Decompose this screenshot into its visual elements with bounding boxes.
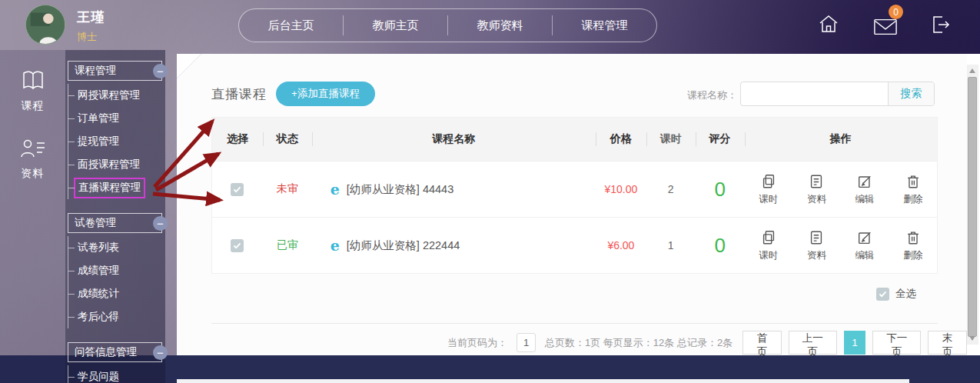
sidebar-item-withdrawals[interactable]: 提现管理 — [68, 130, 165, 153]
document-icon — [808, 229, 825, 246]
rail-item-materials[interactable]: 资料 — [0, 132, 65, 181]
menu-item-label: 面授课程管理 — [78, 158, 140, 172]
add-live-course-button[interactable]: +添加直播课程 — [276, 82, 375, 106]
sidebar-item-offline-courses[interactable]: 面授课程管理 — [68, 153, 165, 176]
pagination-summary: 总页数：1页 每页显示：12条 总记录：2条 — [545, 336, 733, 350]
course-hours: 2 — [646, 183, 696, 195]
row-checkbox[interactable] — [231, 183, 244, 196]
book-icon — [19, 68, 47, 93]
prev-page-button[interactable]: 上一页 — [789, 331, 837, 355]
menu-item-label: 订单管理 — [78, 112, 119, 125]
action-materials[interactable]: 资料 — [792, 173, 841, 206]
bottom-content-edge — [177, 379, 909, 383]
rail-label: 课程 — [22, 99, 45, 113]
scroll-up-icon[interactable] — [969, 68, 975, 73]
check-icon — [879, 291, 887, 298]
search-input[interactable] — [741, 82, 888, 105]
action-delete[interactable]: 删除 — [889, 173, 937, 206]
home-icon[interactable] — [816, 12, 841, 37]
action-label: 课时 — [759, 249, 778, 262]
course-score: 0 — [696, 234, 745, 258]
action-delete[interactable]: 删除 — [889, 229, 937, 262]
avatar[interactable] — [25, 5, 65, 45]
menu-group-exams: 试卷管理 − 试卷列表 成绩管理 成绩统计 考后心得 — [65, 213, 165, 328]
menu-group-course-management: 课程管理 − 网授课程管理 订单管理 提现管理 面授课程管理 直播课程管理 — [65, 61, 165, 199]
menu-group-title: 问答信息管理 — [75, 345, 137, 359]
pagination: 当前页码为： 总页数：1页 每页显示：12条 总记录：2条 首页 上一页 1 下… — [447, 331, 967, 355]
action-edit[interactable]: 编辑 — [841, 229, 889, 262]
scrollbar-track[interactable] — [967, 65, 978, 345]
courses-table: 选择 状态 课程名称 价格 课时 评分 操作 未审 e [幼师从业资格] 444… — [211, 117, 938, 274]
col-header-actions: 操作 — [745, 132, 937, 146]
col-header-name: 课程名称 — [312, 132, 596, 146]
nav-item-course-management[interactable]: 课程管理 — [553, 18, 656, 33]
action-hours[interactable]: 课时 — [745, 173, 793, 206]
action-materials[interactable]: 资料 — [792, 229, 841, 262]
scroll-down-icon[interactable] — [969, 336, 975, 341]
course-hours: 1 — [646, 239, 696, 251]
edit-icon — [856, 173, 873, 190]
col-header-hours: 课时 — [646, 132, 696, 146]
menu-item-label: 成绩管理 — [78, 264, 119, 278]
user-title: 博士 — [77, 30, 105, 44]
select-all-label: 全选 — [895, 287, 916, 301]
menu-group-qa-info: 问答信息管理 − 学员问题 — [65, 342, 165, 383]
menu-group-header[interactable]: 试卷管理 − — [68, 213, 162, 233]
action-hours[interactable]: 课时 — [745, 229, 793, 262]
collapse-icon[interactable]: − — [153, 345, 168, 360]
table-header-row: 选择 状态 课程名称 价格 课时 评分 操作 — [212, 118, 937, 161]
course-name: [幼师从业资格] 44443 — [347, 182, 453, 197]
col-header-status: 状态 — [263, 132, 312, 146]
sidebar-item-student-questions[interactable]: 学员问题 — [68, 365, 165, 383]
menu-group-header[interactable]: 问答信息管理 − — [68, 342, 162, 362]
avatar-image — [26, 5, 65, 44]
sidebar-item-orders[interactable]: 订单管理 — [68, 107, 165, 130]
check-icon — [233, 186, 241, 193]
page-number-button[interactable]: 1 — [844, 331, 866, 355]
scrollbar-thumb[interactable] — [968, 77, 977, 337]
col-header-select: 选择 — [212, 132, 263, 146]
menu-item-label: 提现管理 — [78, 135, 119, 148]
menu-group-header[interactable]: 课程管理 − — [68, 61, 162, 81]
sidebar-item-grade-management[interactable]: 成绩管理 — [68, 259, 165, 282]
nav-item-backend-home[interactable]: 后台主页 — [239, 18, 343, 33]
live-course-icon: e — [331, 182, 340, 197]
sidebar-item-exam-reflections[interactable]: 考后心得 — [68, 305, 165, 328]
nav-item-teacher-home[interactable]: 教师主页 — [344, 18, 447, 33]
trash-icon — [905, 173, 922, 190]
action-label: 编辑 — [855, 193, 875, 206]
select-all-checkbox[interactable] — [876, 288, 889, 301]
menu-item-label: 学员问题 — [78, 370, 119, 383]
next-page-button[interactable]: 下一页 — [872, 331, 921, 355]
course-name: [幼师从业资格] 222444 — [347, 238, 460, 253]
profile-icon — [19, 136, 47, 161]
logout-icon[interactable] — [929, 12, 953, 37]
app-window: 王瑾 博士 后台主页 教师主页 教师资料 课程管理 0 课程 — [0, 0, 980, 383]
rail-item-courses[interactable]: 课程 — [0, 64, 65, 113]
sidebar-item-online-courses[interactable]: 网授课程管理 — [68, 84, 165, 107]
action-label: 编辑 — [855, 249, 875, 262]
menu-item-label: 考后心得 — [78, 310, 119, 324]
current-page-input[interactable] — [517, 333, 536, 352]
row-checkbox[interactable] — [231, 239, 244, 252]
nav-item-teacher-profile[interactable]: 教师资料 — [448, 18, 552, 33]
last-page-button[interactable]: 末页 — [928, 331, 967, 355]
collapse-icon[interactable]: − — [153, 64, 168, 78]
action-label: 删除 — [903, 249, 922, 262]
collapse-icon[interactable]: − — [153, 216, 168, 231]
search-group: 搜索 — [740, 82, 935, 106]
scrollbar — [967, 54, 980, 355]
sidebar-rail: 课程 资料 — [0, 50, 65, 383]
first-page-button[interactable]: 首页 — [742, 331, 782, 355]
table-row: 已审 e [幼师从业资格] 222444 ¥6.00 1 0 课时 资料 — [212, 217, 937, 273]
check-icon — [233, 242, 241, 249]
sidebar-item-live-courses[interactable]: 直播课程管理 — [68, 176, 165, 199]
search-button[interactable]: 搜索 — [888, 82, 934, 105]
action-edit[interactable]: 编辑 — [841, 173, 889, 206]
course-price: ¥6.00 — [596, 239, 646, 251]
sidebar-item-exam-list[interactable]: 试卷列表 — [68, 236, 165, 259]
sidebar-menu: 课程管理 − 网授课程管理 订单管理 提现管理 面授课程管理 直播课程管理 试卷… — [65, 50, 165, 383]
status-badge: 未审 — [263, 182, 312, 196]
action-label: 课时 — [759, 193, 778, 206]
sidebar-item-grade-statistics[interactable]: 成绩统计 — [68, 282, 165, 305]
